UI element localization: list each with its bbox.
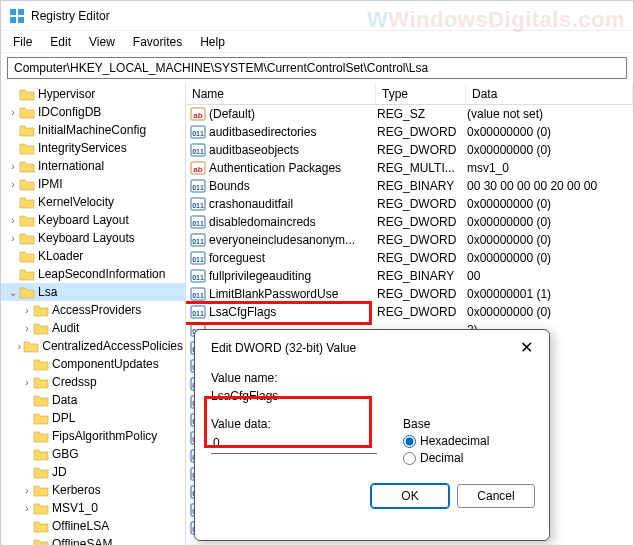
regedit-icon [9,8,25,24]
svg-text:011: 011 [192,184,204,191]
address-bar[interactable]: Computer\HKEY_LOCAL_MACHINE\SYSTEM\Curre… [7,57,627,79]
tree-item[interactable]: KLoader [1,247,185,265]
list-row[interactable]: 011BoundsREG_BINARY00 30 00 00 00 20 00 … [186,177,633,195]
list-row[interactable]: abAuthentication PackagesREG_MULTI...msv… [186,159,633,177]
column-type[interactable]: Type [376,84,466,104]
list-row[interactable]: 011fullprivilegeauditingREG_BINARY00 [186,267,633,285]
list-row[interactable]: 011LsaCfgFlagsREG_DWORD0x00000000 (0) [186,303,633,321]
column-data[interactable]: Data [466,84,633,104]
expand-icon[interactable]: › [21,305,33,316]
tree-item[interactable]: KernelVelocity [1,193,185,211]
list-row[interactable]: 011crashonauditfailREG_DWORD0x00000000 (… [186,195,633,213]
tree-item[interactable]: ›CentralizedAccessPolicies [1,337,185,355]
value-icon: 011 [190,304,206,320]
value-data-input[interactable] [211,433,377,454]
tree-item[interactable]: ›Kerberos [1,481,185,499]
expand-icon[interactable]: › [7,107,19,118]
menu-file[interactable]: File [5,33,40,51]
folder-icon [33,465,49,479]
list-row[interactable]: 011auditbasedirectoriesREG_DWORD0x000000… [186,123,633,141]
expand-icon[interactable]: › [16,341,24,352]
folder-icon [19,267,35,281]
tree-item[interactable]: ›IPMI [1,175,185,193]
value-name: LimitBlankPasswordUse [209,287,377,301]
tree-item[interactable]: ›MSV1_0 [1,499,185,517]
tree-item[interactable]: ›IDConfigDB [1,103,185,121]
value-data: 0x00000000 (0) [467,215,633,229]
tree-item[interactable]: ⌄Lsa [1,283,185,301]
expand-icon[interactable]: › [21,323,33,334]
tree-item[interactable]: FipsAlgorithmPolicy [1,427,185,445]
menu-edit[interactable]: Edit [42,33,79,51]
svg-text:011: 011 [192,274,204,281]
tree-pane[interactable]: Hypervisor›IDConfigDBInitialMachineConfi… [1,83,186,546]
value-data: 00 30 00 00 00 20 00 00 [467,179,633,193]
list-header: Name Type Data [186,83,633,105]
tree-item[interactable]: DPL [1,409,185,427]
menu-favorites[interactable]: Favorites [125,33,190,51]
value-type: REG_DWORD [377,197,467,211]
value-data: msv1_0 [467,161,633,175]
value-icon: 011 [190,196,206,212]
svg-text:011: 011 [192,310,204,317]
cancel-button[interactable]: Cancel [457,484,535,508]
list-row[interactable]: 011auditbaseobjectsREG_DWORD0x00000000 (… [186,141,633,159]
tree-item[interactable]: ›AccessProviders [1,301,185,319]
tree-item-label: JD [52,465,67,479]
tree-item[interactable]: ›Keyboard Layout [1,211,185,229]
expand-icon[interactable]: › [7,179,19,190]
folder-icon [33,537,49,546]
tree-item-label: KernelVelocity [38,195,114,209]
expand-icon[interactable]: › [7,233,19,244]
menu-help[interactable]: Help [192,33,233,51]
tree-item[interactable]: ›Keyboard Layouts [1,229,185,247]
expand-icon[interactable]: › [7,215,19,226]
expand-icon[interactable]: › [21,485,33,496]
list-row[interactable]: 011disabledomaincredsREG_DWORD0x00000000… [186,213,633,231]
radio-hexadecimal[interactable] [403,435,416,448]
ok-button[interactable]: OK [371,484,449,508]
menu-view[interactable]: View [81,33,123,51]
tree-item[interactable]: ›Audit [1,319,185,337]
tree-item[interactable]: IntegrityServices [1,139,185,157]
tree-item[interactable]: Data [1,391,185,409]
tree-item-label: MSV1_0 [52,501,98,515]
tree-item[interactable]: GBG [1,445,185,463]
value-data: 0x00000000 (0) [467,125,633,139]
list-row[interactable]: ab(Default)REG_SZ(value not set) [186,105,633,123]
tree-item[interactable]: LeapSecondInformation [1,265,185,283]
tree-item[interactable]: Hypervisor [1,85,185,103]
tree-item[interactable]: OfflineLSA [1,517,185,535]
svg-text:011: 011 [192,256,204,263]
column-name[interactable]: Name [186,84,376,104]
expand-icon[interactable]: › [7,161,19,172]
expand-icon[interactable]: › [21,503,33,514]
tree-item[interactable]: InitialMachineConfig [1,121,185,139]
folder-icon [33,483,49,497]
svg-rect-2 [10,17,16,23]
value-type: REG_BINARY [377,269,467,283]
tree-item[interactable]: ›International [1,157,185,175]
folder-icon [19,195,35,209]
list-row[interactable]: 011everyoneincludesanonym...REG_DWORD0x0… [186,231,633,249]
tree-item[interactable]: OfflineSAM [1,535,185,546]
tree-item[interactable]: ComponentUpdates [1,355,185,373]
value-type: REG_BINARY [377,179,467,193]
expand-icon[interactable]: › [21,377,33,388]
value-icon: 011 [190,250,206,266]
list-row[interactable]: 011forceguestREG_DWORD0x00000000 (0) [186,249,633,267]
value-data: 0x00000001 (1) [467,287,633,301]
folder-icon [33,303,49,317]
value-name: auditbaseobjects [209,143,377,157]
tree-item-label: OfflineSAM [52,537,112,546]
expand-icon[interactable]: ⌄ [7,287,19,298]
tree-item[interactable]: JD [1,463,185,481]
value-type: REG_DWORD [377,125,467,139]
folder-icon [19,285,35,299]
folder-icon [23,339,39,353]
radio-decimal[interactable] [403,452,416,465]
close-icon[interactable]: ✕ [516,338,537,357]
tree-item[interactable]: ›Credssp [1,373,185,391]
list-row[interactable]: 011LimitBlankPasswordUseREG_DWORD0x00000… [186,285,633,303]
value-data: 0x00000000 (0) [467,305,633,319]
